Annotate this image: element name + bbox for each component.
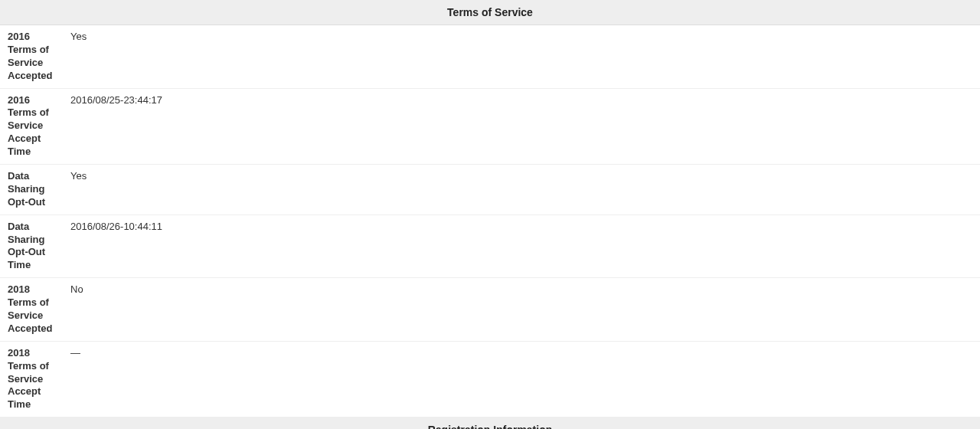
row-label: Data Sharing Opt-Out Time [0,215,63,278]
row-label: 2016 Terms of Service Accept Time [0,88,63,164]
row-label: 2018 Terms of Service Accept Time [0,341,63,417]
section-header: Terms of Service [0,0,980,25]
row-value: 2016/08/25-23:44:17 [63,88,980,164]
table-row: 2016 Terms of Service Accepted Yes [0,25,980,89]
section-title: Registration Information [0,418,980,429]
table-row: Data Sharing Opt-Out Time 2016/08/26-10:… [0,215,980,278]
table-row: 2018 Terms of Service Accept Time — [0,341,980,417]
table-row: 2018 Terms of Service Accepted No [0,278,980,342]
row-label: 2018 Terms of Service Accepted [0,278,63,342]
row-label: Data Sharing Opt-Out [0,165,63,215]
section-header: Registration Information [0,418,980,429]
row-label: 2016 Terms of Service Accepted [0,25,63,89]
row-value: No [63,278,980,342]
table-row: 2016 Terms of Service Accept Time 2016/0… [0,88,980,164]
info-table: Terms of Service 2016 Terms of Service A… [0,0,980,429]
section-title: Terms of Service [0,0,980,25]
table-row: Data Sharing Opt-Out Yes [0,165,980,215]
row-value: Yes [63,25,980,89]
row-value: Yes [63,165,980,215]
row-value: — [63,341,980,417]
row-value: 2016/08/26-10:44:11 [63,215,980,278]
